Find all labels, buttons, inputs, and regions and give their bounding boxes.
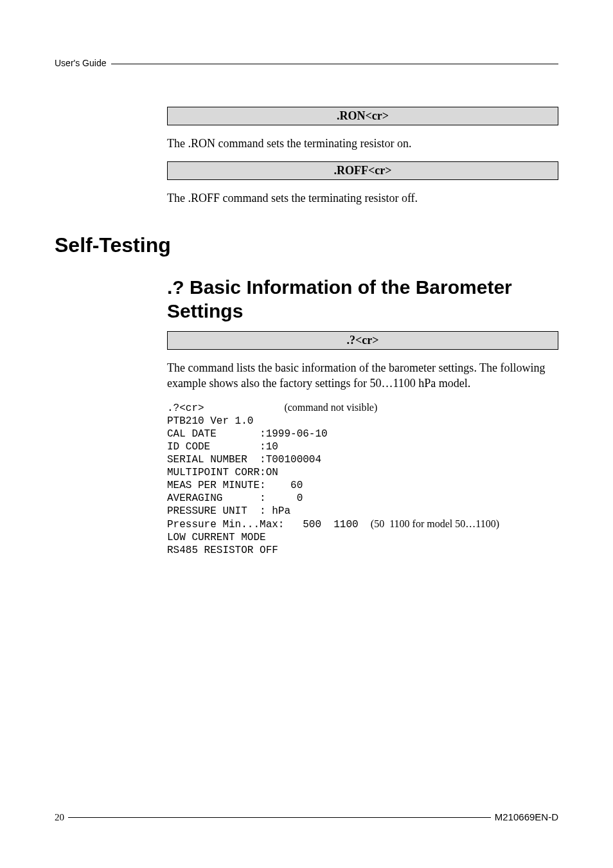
paragraph-roff: The .ROFF command sets the terminating r…: [167, 190, 558, 206]
page-number: 20: [55, 812, 64, 823]
code-line: ID CODE :10: [167, 441, 278, 453]
command-box-roff: .ROFF<cr>: [167, 161, 558, 180]
code-line: .?<cr>: [167, 402, 204, 414]
code-line: SERIAL NUMBER :T00100004: [167, 454, 321, 466]
header-label: User's Guide: [55, 58, 106, 68]
code-line: MULTIPOINT CORR:ON: [167, 467, 278, 478]
subsection-heading-basic-info: .? Basic Information of the Barometer Se…: [167, 275, 558, 323]
code-line: LOW CURRENT MODE: [167, 532, 266, 543]
code-note: (50 1100 for model 50…1100): [371, 518, 499, 529]
code-line: PTB210 Ver 1.0: [167, 415, 253, 427]
code-line: PRESSURE UNIT : hPa: [167, 505, 290, 517]
command-box-question: .?<cr>: [167, 331, 558, 350]
code-line: RS485 RESISTOR OFF: [167, 545, 278, 556]
code-block: .?<cr> (command not visible) PTB210 Ver …: [167, 401, 558, 557]
footer-rule: [68, 817, 491, 818]
code-note: (command not visible): [284, 402, 377, 413]
code-line: Pressure Min...Max: 500 1100: [167, 519, 371, 530]
paragraph-ron: The .RON command sets the terminating re…: [167, 136, 558, 151]
header-rule: [111, 64, 558, 64]
code-line: MEAS PER MINUTE: 60: [167, 480, 303, 491]
paragraph-basic-info: The command lists the basic information …: [167, 360, 558, 392]
page-footer: 20 M210669EN-D: [55, 811, 558, 823]
code-line: CAL DATE :1999-06-10: [167, 428, 328, 440]
code-line: AVERAGING : 0: [167, 493, 303, 504]
command-box-ron: .RON<cr>: [167, 107, 558, 125]
page-header: User's Guide: [55, 58, 558, 68]
doc-id: M210669EN-D: [495, 811, 558, 822]
section-heading-self-testing: Self-Testing: [55, 233, 558, 257]
